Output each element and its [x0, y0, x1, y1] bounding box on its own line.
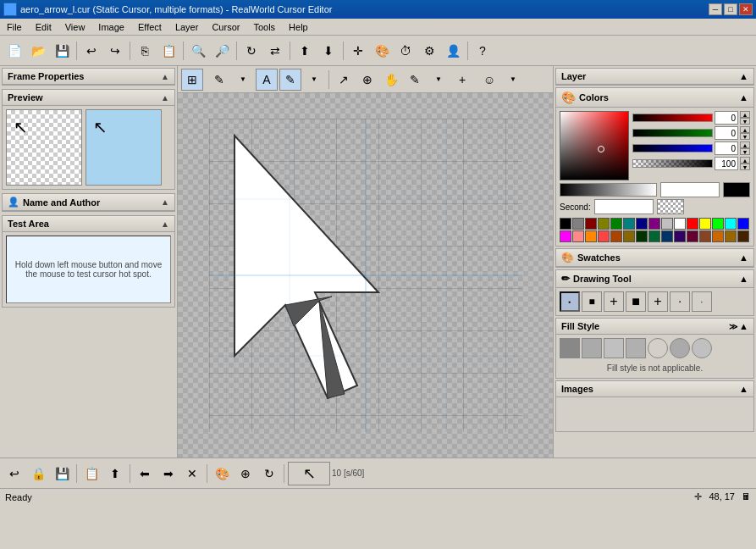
palette-color-3[interactable] — [585, 218, 597, 230]
palette-color-6[interactable] — [623, 218, 635, 230]
fill-style-collapse[interactable]: ▲ — [739, 321, 748, 331]
palette-color-9[interactable] — [661, 218, 673, 230]
palette-color-13[interactable] — [712, 218, 724, 230]
bt-btn10[interactable]: ⊕ — [235, 463, 257, 485]
red-value-input[interactable]: 0 — [715, 111, 738, 125]
preview-collapse[interactable]: ▲ — [161, 93, 169, 103]
canvas-tb-down4[interactable]: ▼ — [502, 69, 524, 91]
arrow-dot-tool[interactable]: · — [692, 291, 712, 312]
palette-color-8[interactable] — [648, 218, 660, 230]
second-hex-input[interactable]: 00000000 — [594, 199, 654, 214]
swatches-collapse[interactable]: ▲ — [739, 252, 748, 263]
cross-tool[interactable]: + — [451, 69, 473, 91]
palette-color-11[interactable] — [687, 218, 698, 230]
menu-cursor[interactable]: Cursor — [205, 20, 246, 34]
bt-btn3[interactable]: 💾 — [51, 463, 73, 485]
clock-tool[interactable]: ⏱ — [395, 40, 417, 62]
import-button[interactable]: ⬇ — [317, 40, 339, 62]
cursor-tool[interactable]: ✛ — [347, 40, 369, 62]
bt-btn2[interactable]: 🔒 — [27, 463, 49, 485]
colors-header[interactable]: 🎨 Colors ▲ — [556, 88, 753, 108]
blue-value-input[interactable]: 0 — [715, 141, 738, 155]
fill-style-header[interactable]: Fill Style ≫ ▲ — [556, 319, 753, 335]
drawing-tool-header[interactable]: ✏ Drawing Tool ▲ — [556, 270, 753, 288]
frame-properties-collapse[interactable]: ▲ — [161, 72, 169, 81]
fill-rect-4[interactable] — [626, 338, 646, 358]
palette-color-26[interactable] — [687, 230, 698, 242]
fill-oval[interactable] — [648, 338, 668, 358]
canvas-tb-down2[interactable]: ▼ — [303, 69, 325, 91]
bt-btn5[interactable]: ⬆ — [104, 463, 126, 485]
paste-button[interactable]: 📋 — [157, 40, 179, 62]
colors-collapse[interactable]: ▲ — [739, 92, 748, 103]
palette-color-27[interactable] — [699, 230, 711, 242]
palette-color-21[interactable] — [623, 230, 635, 242]
palette-color-16[interactable] — [560, 230, 571, 242]
palette-color-14[interactable] — [725, 218, 737, 230]
menu-image[interactable]: Image — [91, 20, 131, 34]
palette-color-22[interactable] — [636, 230, 648, 242]
palette-color-28[interactable] — [712, 230, 724, 242]
bt-btn1[interactable]: ↩ — [3, 463, 25, 485]
menu-tools[interactable]: Tools — [246, 20, 282, 34]
bt-btn4[interactable]: 📋 — [80, 463, 102, 485]
palette-color-4[interactable] — [598, 218, 610, 230]
palette-color-24[interactable] — [661, 230, 673, 242]
layer-header[interactable]: Layer ▲ — [556, 69, 753, 85]
text-tool[interactable]: A — [256, 69, 278, 91]
images-collapse[interactable]: ▲ — [739, 384, 748, 394]
bt-btn9[interactable]: 🎨 — [211, 463, 233, 485]
fill-oval-2[interactable] — [670, 338, 690, 358]
palette-color-15[interactable] — [737, 218, 749, 230]
green-down[interactable]: ▼ — [740, 133, 750, 140]
fill-rect-2[interactable] — [582, 338, 602, 358]
palette-color-1[interactable] — [560, 218, 571, 230]
help-tool[interactable]: ? — [472, 40, 494, 62]
palette-color-2[interactable] — [572, 218, 584, 230]
bt-btn7[interactable]: ➡ — [157, 463, 179, 485]
images-header[interactable]: Images ▲ — [556, 381, 753, 397]
palette-color-30[interactable] — [737, 230, 749, 242]
face-tool[interactable]: ☺ — [478, 69, 500, 91]
red-up[interactable]: ▲ — [740, 111, 750, 118]
color-spectrum[interactable] — [560, 111, 629, 180]
palette-color-25[interactable] — [674, 230, 686, 242]
blue-down[interactable]: ▼ — [740, 148, 750, 155]
hand-tool[interactable]: ✋ — [380, 69, 402, 91]
layer-collapse[interactable]: ▲ — [739, 71, 748, 81]
title-bar-buttons[interactable]: ─ □ ✕ — [709, 3, 753, 15]
preview-header[interactable]: Preview ▲ — [3, 90, 174, 106]
menu-file[interactable]: File — [0, 20, 29, 34]
flip-button[interactable]: ⇄ — [264, 40, 286, 62]
redo-button[interactable]: ↪ — [104, 40, 126, 62]
palette-color-5[interactable] — [610, 218, 622, 230]
open-button[interactable]: 📂 — [27, 40, 49, 62]
hex-input[interactable]: FF000000 — [660, 182, 720, 197]
frame-properties-header[interactable]: Frame Properties ▲ — [3, 69, 174, 85]
minimize-button[interactable]: ─ — [709, 3, 722, 15]
menu-effect[interactable]: Effect — [131, 20, 168, 34]
fill-oval-3[interactable] — [692, 338, 712, 358]
palette-color-19[interactable] — [598, 230, 610, 242]
arrow-tool[interactable]: ↗ — [333, 69, 355, 91]
bt-btn8[interactable]: ✕ — [181, 463, 203, 485]
green-up[interactable]: ▲ — [740, 126, 750, 133]
zoom-tool[interactable]: ⊕ — [356, 69, 378, 91]
alpha-up[interactable]: ▲ — [740, 157, 750, 164]
big-cross-tool[interactable]: + — [648, 291, 668, 312]
palette-color-29[interactable] — [725, 230, 737, 242]
palette-color-12[interactable] — [699, 218, 711, 230]
person-tool[interactable]: 👤 — [442, 40, 464, 62]
fill-rect-3[interactable] — [604, 338, 624, 358]
alpha-down[interactable]: ▼ — [740, 164, 750, 170]
dot-tool-1[interactable]: ▪ — [560, 291, 580, 312]
palette-color-23[interactable] — [648, 230, 660, 242]
palette-color-10[interactable] — [674, 218, 686, 230]
bt-btn11[interactable]: ↻ — [258, 463, 280, 485]
menu-edit[interactable]: Edit — [29, 20, 58, 34]
eyedrop-tool[interactable]: ✎ — [404, 69, 426, 91]
pencil-tool[interactable]: ✎ — [208, 69, 230, 91]
palette-color-20[interactable] — [610, 230, 622, 242]
settings-tool[interactable]: ⚙ — [418, 40, 440, 62]
maximize-button[interactable]: □ — [724, 3, 737, 15]
